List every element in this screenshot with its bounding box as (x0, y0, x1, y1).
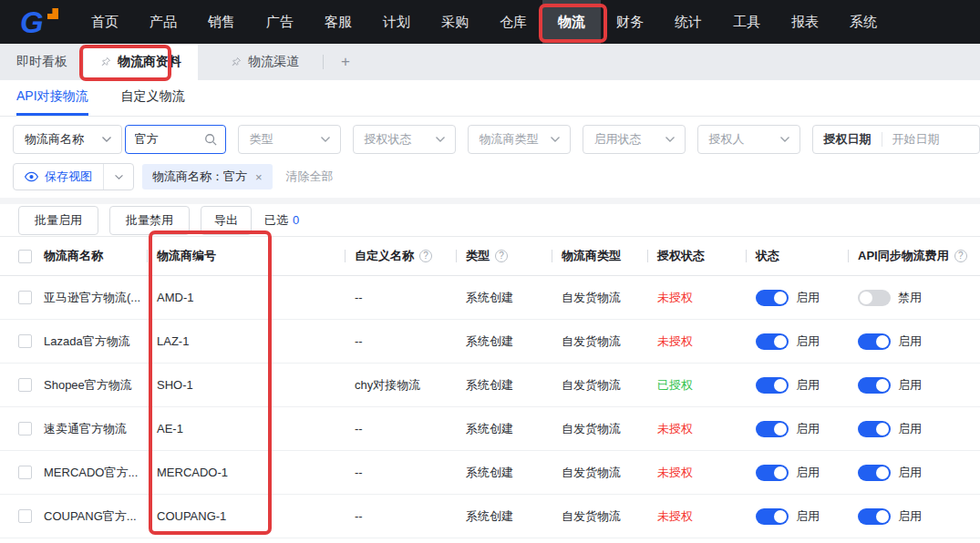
help-icon[interactable]: ? (419, 250, 432, 262)
api-fee-toggle[interactable] (858, 377, 891, 394)
help-icon[interactable]: ? (954, 250, 967, 262)
remove-filter-icon[interactable]: × (255, 170, 263, 184)
nav-item-warehouse[interactable]: 仓库 (484, 0, 542, 44)
chevron-down-icon (114, 174, 124, 180)
row-checkbox-cell (0, 364, 40, 406)
nav-item-ads[interactable]: 广告 (251, 0, 309, 44)
logo-letter: G (20, 7, 44, 37)
toggle-label: 启用 (898, 377, 922, 394)
row-checkbox[interactable] (18, 509, 32, 523)
tab-provider-info[interactable]: 物流商资料 (84, 44, 198, 80)
filter-select-type[interactable]: 类型 (238, 125, 341, 154)
row-checkbox-cell (0, 407, 40, 450)
cell-provider-name: Shopee官方物流 (40, 364, 147, 406)
status-toggle[interactable] (756, 290, 789, 306)
column-label: 自定义名称 (355, 248, 414, 264)
select-placeholder: 物流商类型 (480, 131, 539, 148)
tab-label: 物流渠道 (248, 54, 299, 70)
cell-api-fee: 启用 (848, 451, 980, 494)
bulk-disable-button[interactable]: 批量禁用 (109, 206, 190, 235)
nav-item-tools[interactable]: 工具 (717, 0, 776, 44)
selected-count-text: 已选0 (264, 212, 299, 229)
filter-select-auth-status[interactable]: 授权状态 (353, 125, 456, 154)
nav-item-product[interactable]: 产品 (134, 0, 192, 44)
help-icon[interactable]: ? (495, 250, 508, 262)
save-view-button[interactable]: 保存视图 (14, 164, 103, 190)
nav-item-stats[interactable]: 统计 (659, 0, 717, 44)
select-placeholder: 启用状态 (594, 131, 642, 148)
cell-provider-type: 自发货物流 (552, 407, 647, 450)
subtab-api-logistics[interactable]: API对接物流 (16, 80, 88, 116)
row-checkbox[interactable] (18, 334, 32, 348)
tab-channel[interactable]: 物流渠道 (214, 44, 315, 80)
api-fee-toggle[interactable] (858, 290, 891, 306)
active-filter-tag[interactable]: 物流商名称：官方 × (142, 164, 273, 190)
row-checkbox[interactable] (18, 378, 32, 392)
status-toggle[interactable] (756, 508, 789, 525)
auth-date-picker[interactable]: 授权日期 开始日期 (812, 125, 980, 154)
cell-custom-name: -- (345, 320, 456, 363)
selected-label: 已选 (264, 213, 288, 227)
row-checkbox-cell (0, 451, 40, 494)
cell-custom-name: -- (345, 451, 456, 494)
filter-tag-label: 物流商名称：官方 (152, 169, 247, 185)
toggle-label: 启用 (898, 333, 922, 350)
nav-item-home[interactable]: 首页 (76, 0, 134, 44)
api-fee-toggle[interactable] (858, 508, 891, 525)
nav-item-logistics[interactable]: 物流 (542, 0, 601, 44)
column-label: 物流商类型 (562, 248, 621, 264)
nav-item-plan[interactable]: 计划 (367, 0, 426, 44)
tab-dashboard[interactable]: 即时看板 (0, 44, 84, 80)
column-divider (647, 250, 648, 262)
select-all-checkbox[interactable] (18, 250, 32, 263)
row-checkbox[interactable] (18, 422, 32, 435)
toggle-label: 启用 (796, 421, 820, 437)
cell-status: 启用 (746, 495, 848, 538)
filter-select-provider-type[interactable]: 物流商类型 (468, 125, 571, 154)
cell-custom-name: -- (345, 495, 456, 538)
cell-provider-code: MERCADO-1 (147, 451, 345, 494)
cell-type: 系统创建 (456, 495, 552, 538)
save-view-dropdown[interactable] (104, 164, 133, 190)
subtab-custom-logistics[interactable]: 自定义物流 (121, 80, 185, 116)
open-tabs: 即时看板物流商资料物流渠道 (0, 44, 315, 80)
api-fee-toggle[interactable] (858, 465, 891, 481)
pin-icon[interactable] (100, 56, 111, 67)
nav-item-system[interactable]: 系统 (834, 0, 892, 44)
api-fee-toggle[interactable] (858, 421, 891, 437)
tab-label: 即时看板 (16, 54, 67, 70)
search-field-selector[interactable]: 物流商名称 (13, 125, 122, 154)
nav-item-purchase[interactable]: 采购 (426, 0, 484, 44)
toggle-knob (876, 510, 889, 523)
cell-status: 启用 (746, 276, 848, 319)
filter-select-authorizer[interactable]: 授权人 (697, 125, 800, 154)
toggle-label: 启用 (796, 290, 820, 306)
cell-auth-status: 未授权 (647, 320, 746, 363)
nav-item-reports[interactable]: 报表 (776, 0, 834, 44)
toggle-knob (774, 423, 787, 435)
status-toggle[interactable] (756, 377, 789, 394)
status-toggle[interactable] (756, 333, 789, 350)
filter-select-enable-status[interactable]: 启用状态 (583, 125, 686, 154)
column-divider (345, 250, 346, 262)
tab-label: 物流商资料 (118, 54, 181, 70)
row-checkbox[interactable] (18, 466, 32, 479)
cell-custom-name: chy对接物流 (345, 364, 456, 406)
nav-item-finance[interactable]: 财务 (601, 0, 659, 44)
tab-divider (323, 55, 324, 69)
cell-provider-code: SHO-1 (147, 364, 345, 406)
status-toggle[interactable] (756, 465, 789, 481)
nav-item-service[interactable]: 客服 (309, 0, 367, 44)
column-divider (147, 250, 148, 262)
toggle-label: 启用 (796, 465, 820, 481)
bulk-enable-button[interactable]: 批量启用 (18, 206, 98, 235)
export-button[interactable]: 导出 (201, 206, 252, 235)
search-input[interactable] (135, 133, 201, 147)
status-toggle[interactable] (756, 421, 789, 437)
pin-icon[interactable] (231, 56, 242, 67)
nav-item-sales[interactable]: 销售 (192, 0, 251, 44)
api-fee-toggle[interactable] (858, 333, 891, 350)
clear-all-filters-link[interactable]: 清除全部 (286, 169, 334, 185)
add-tab-button[interactable]: + (331, 44, 360, 80)
row-checkbox[interactable] (18, 291, 32, 304)
